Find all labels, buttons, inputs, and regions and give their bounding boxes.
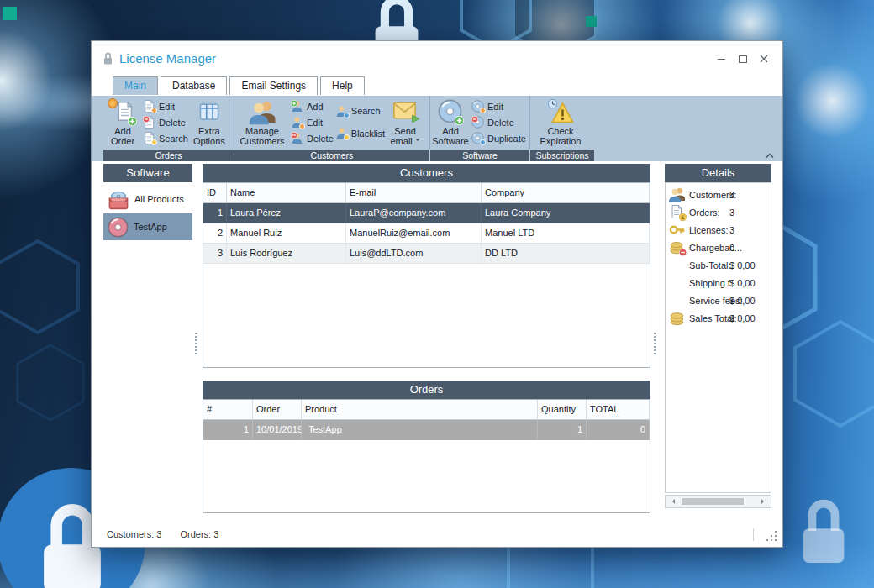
- ribbon-tabs: Main Database Email Settings Help: [92, 76, 782, 96]
- tab-database[interactable]: Database: [161, 76, 227, 95]
- extra-options-button[interactable]: Extra Options: [190, 97, 229, 148]
- send-email-button[interactable]: Send email: [387, 97, 424, 148]
- scrollbar-thumb[interactable]: [682, 498, 744, 505]
- background-teal-square: [3, 7, 17, 20]
- extra-options-icon: [196, 99, 223, 125]
- add-order-button[interactable]: Add Order: [104, 97, 141, 148]
- column-header-quantity[interactable]: Quantity: [538, 400, 587, 419]
- column-header-name[interactable]: Name: [227, 183, 346, 202]
- add-order-icon: [109, 99, 136, 125]
- background-hexagon: [795, 322, 874, 426]
- license-manager-window: License Manager Main Database Email Sett…: [91, 40, 783, 548]
- software-panel-header: Software: [103, 164, 192, 182]
- check-expiration-button[interactable]: Check Expiration: [531, 97, 590, 148]
- app-title: License Manager: [103, 51, 216, 66]
- ribbon-group-orders: Add Order Edit Delete Search: [103, 96, 234, 150]
- customer-delete-icon: [291, 132, 303, 144]
- column-header-id[interactable]: ID: [203, 183, 227, 202]
- detail-item-customers: Customers: 3: [666, 186, 771, 203]
- column-header-total[interactable]: TOTAL: [587, 400, 650, 419]
- detail-item-service-fees: Service fees: $ 0,00: [666, 291, 771, 309]
- ribbon-group-subscriptions: Check Expiration: [530, 96, 594, 150]
- right-splitter-handle[interactable]: [654, 333, 656, 354]
- window-controls: [711, 51, 774, 66]
- maximize-button[interactable]: [732, 51, 753, 66]
- background-hexagon: [18, 345, 83, 420]
- minimize-button[interactable]: [711, 51, 732, 66]
- send-email-icon: [392, 99, 419, 125]
- software-delete-icon: [471, 116, 484, 129]
- software-item-all-products[interactable]: All Products: [103, 186, 192, 213]
- software-item-testapp[interactable]: TestApp: [103, 213, 192, 240]
- column-header-company[interactable]: Company: [482, 183, 650, 202]
- all-products-icon: [108, 188, 129, 210]
- customers-table-row[interactable]: 3 Luis Rodríguez Luis@ddLTD.com DD LTD: [203, 244, 650, 264]
- customer-delete-button[interactable]: Delete: [291, 132, 334, 144]
- manage-customers-button[interactable]: Manage Customers: [235, 97, 289, 148]
- customers-table-row[interactable]: 2 Manuel Ruiz ManuelRuiz@email.com Manue…: [203, 223, 650, 244]
- background-hexagon: [0, 241, 78, 333]
- customer-edit-icon: [291, 116, 303, 129]
- column-header-order-date[interactable]: Order Date: [253, 400, 302, 419]
- left-splitter-handle[interactable]: [195, 333, 197, 354]
- resize-grip[interactable]: [766, 530, 777, 541]
- status-orders-count: Orders: 3: [180, 529, 218, 539]
- detail-item-shipping: Shipping f... $ 0,00: [666, 274, 771, 291]
- orders-panel-header: Orders: [203, 381, 650, 399]
- detail-item-orders: Orders: 3: [666, 203, 771, 221]
- background-teal-square: [586, 16, 597, 27]
- ribbon-group-software: Add Software Edit Delete Duplicate: [430, 96, 529, 150]
- close-icon: [760, 55, 768, 63]
- column-header-number[interactable]: #: [203, 400, 253, 419]
- customer-blacklist-icon: [335, 127, 348, 139]
- software-small-buttons: Edit Delete Duplicate: [471, 97, 526, 148]
- close-button[interactable]: [753, 51, 774, 66]
- customer-edit-button[interactable]: Edit: [291, 116, 334, 129]
- software-edit-icon: [471, 100, 484, 113]
- software-delete-button[interactable]: Delete: [471, 116, 526, 129]
- order-search-icon: [143, 132, 155, 144]
- collapse-ribbon-icon[interactable]: [766, 153, 774, 159]
- ribbon: Add Order Edit Delete Search: [92, 96, 782, 150]
- detail-item-chargebacks: Chargebac... 0: [666, 239, 771, 256]
- details-horizontal-scrollbar[interactable]: [665, 495, 771, 508]
- manage-customers-icon: [249, 99, 276, 125]
- customers-table-row[interactable]: 1 Laura Pérez LauraP@company.com Laura C…: [203, 203, 650, 223]
- column-header-product[interactable]: Product: [302, 400, 538, 419]
- customers-table: ID Name E-mail Company 1 Laura Pérez Lau…: [203, 182, 650, 368]
- detail-item-subtotal: Sub-Total: $ 0,00: [666, 256, 771, 274]
- tab-email-settings[interactable]: Email Settings: [229, 76, 318, 95]
- desktop: { "window": { "title": "License Manager"…: [0, 0, 874, 588]
- customer-add-icon: [291, 100, 303, 113]
- orders-table-row[interactable]: 1 10/01/2019 TestApp 1 0: [203, 420, 650, 440]
- app-lock-icon: [103, 51, 113, 66]
- scroll-right-arrow-icon[interactable]: [761, 499, 766, 504]
- customer-blacklist-button[interactable]: Blacklist: [335, 127, 385, 139]
- column-header-email[interactable]: E-mail: [346, 183, 482, 202]
- add-software-button[interactable]: Add Software: [431, 97, 470, 148]
- software-duplicate-button[interactable]: Duplicate: [471, 132, 526, 144]
- order-delete-icon: [143, 116, 155, 129]
- detail-item-sales-total: Sales Total: $ 0,00: [666, 309, 771, 327]
- status-bar: Customers: 3 Orders: 3: [92, 523, 782, 547]
- scroll-left-arrow-icon[interactable]: [670, 499, 675, 504]
- testapp-cd-icon: [108, 217, 129, 238]
- tab-help[interactable]: Help: [320, 76, 365, 95]
- order-delete-button[interactable]: Delete: [143, 116, 188, 129]
- group-label-software: Software: [430, 150, 529, 161]
- background-lock-icon: [803, 504, 845, 563]
- order-search-button[interactable]: Search: [143, 132, 188, 144]
- customer-add-button[interactable]: Add: [291, 100, 334, 113]
- customers-table-header: ID Name E-mail Company: [203, 183, 650, 203]
- order-edit-button[interactable]: Edit: [143, 100, 188, 113]
- dropdown-caret-icon: [415, 139, 420, 144]
- tab-main[interactable]: Main: [113, 76, 158, 95]
- software-duplicate-icon: [471, 132, 484, 144]
- check-expiration-icon: [547, 99, 574, 125]
- orders-table-header: # Order Date Product Quantity TOTAL: [203, 400, 650, 420]
- software-edit-button[interactable]: Edit: [471, 100, 526, 113]
- chargebacks-icon: [669, 239, 685, 255]
- status-customers-count: Customers: 3: [107, 529, 161, 539]
- customer-search-button[interactable]: Search: [335, 105, 385, 118]
- licenses-key-icon: [669, 222, 685, 238]
